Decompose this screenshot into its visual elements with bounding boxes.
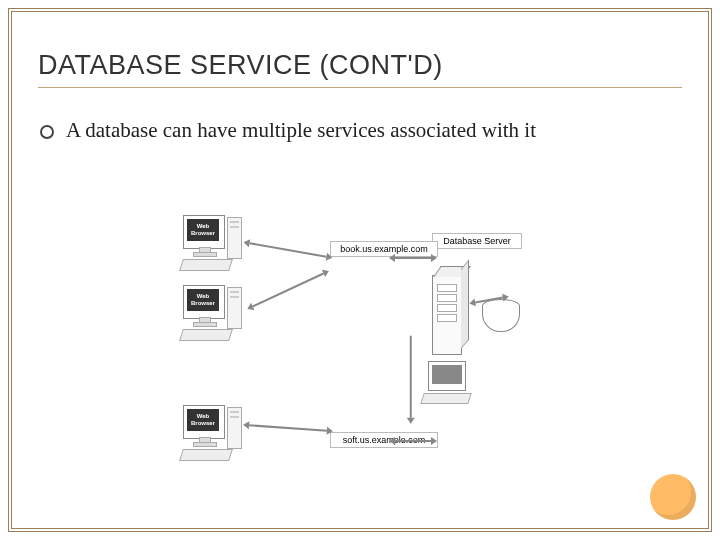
arrow-icon (395, 440, 431, 442)
service-label-book: book.us.example.com (330, 241, 438, 257)
arrow-icon (249, 424, 327, 431)
slide-title: DATABASE SERVICE (CONT'D) (38, 50, 682, 88)
arrow-icon (395, 257, 431, 259)
architecture-diagram: WebBrowser WebBrowser WebBrowser Databas… (177, 207, 577, 482)
client-pc-2: WebBrowser (181, 285, 243, 347)
bullet-text: A database can have multiple services as… (66, 118, 536, 143)
arrow-icon (252, 273, 323, 307)
bullet-item: A database can have multiple services as… (38, 118, 682, 143)
accent-circle-icon (650, 474, 696, 520)
content-area: DATABASE SERVICE (CONT'D) A database can… (22, 22, 698, 518)
slide: DATABASE SERVICE (CONT'D) A database can… (0, 0, 720, 540)
arrow-icon (249, 242, 326, 257)
client-pc-3: WebBrowser (181, 405, 243, 467)
arrow-down-icon (410, 336, 412, 418)
storage-disk-icon (482, 299, 518, 333)
client-pc-1: WebBrowser (181, 215, 243, 277)
database-server (432, 265, 520, 423)
bullet-icon (40, 125, 54, 139)
server-label: Database Server (432, 233, 522, 249)
